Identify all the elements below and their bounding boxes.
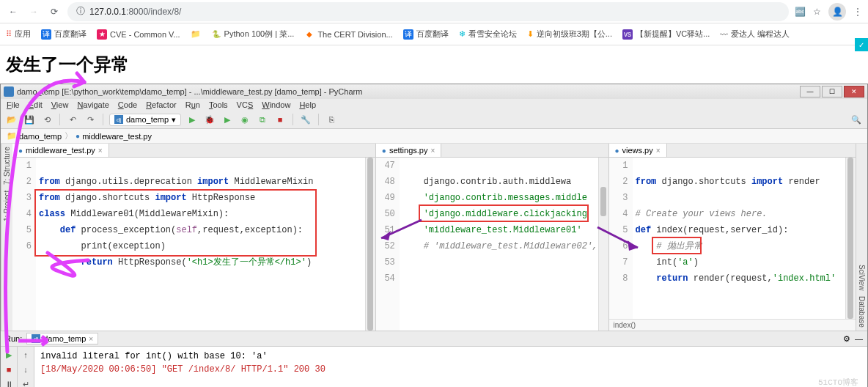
save-icon[interactable]: 💾 <box>23 113 36 126</box>
down-icon[interactable]: ↓ <box>19 363 32 376</box>
gear-icon[interactable]: ⚙ <box>843 334 850 344</box>
reload-button[interactable]: ⟳ <box>47 4 62 19</box>
bookmark-python100[interactable]: 🐍Python 100例 | 菜... <box>211 29 295 40</box>
debug-icon[interactable]: 🐞 <box>203 113 216 126</box>
address-bar[interactable]: ⓘ 127.0.0.1:8000/index/8/ <box>67 2 789 21</box>
python-icon: ● <box>382 147 386 155</box>
rerun-icon[interactable]: ▶ <box>2 348 15 361</box>
pause-icon[interactable]: ⏸ <box>2 377 15 387</box>
run-icon[interactable]: ▶ <box>185 113 199 126</box>
menu-code[interactable]: Code <box>118 100 137 109</box>
menu-run[interactable]: Run <box>185 100 200 109</box>
tab-middleware[interactable]: ●middleware_test.py× <box>12 144 109 157</box>
right-sidebar[interactable]: SciView Database <box>856 144 867 331</box>
close-tab-icon[interactable]: × <box>89 335 93 343</box>
search-icon[interactable]: 🔍 <box>850 113 863 126</box>
undo-icon[interactable]: ↶ <box>66 113 79 126</box>
editor-tabs: ●middleware_test.py× <box>12 144 375 158</box>
menu-navigate[interactable]: Navigate <box>77 100 108 109</box>
run-label: Run: <box>5 334 22 343</box>
open-icon[interactable]: 📂 <box>5 113 18 126</box>
bookmark-vc[interactable]: vs【新提醒】VC驿站... <box>622 29 710 40</box>
bookmark-folder[interactable]: 📁 <box>191 29 201 39</box>
bookmark-cve[interactable]: ★CVE - Common V... <box>97 29 180 40</box>
bookmark-aidaren[interactable]: 〰爱达人 编程达人 <box>720 29 790 40</box>
menu-edit[interactable]: Edit <box>29 100 43 109</box>
run-tool-window: Run: djdamo_temp× ⚙ — ▶ ■ ⏸ ↑ ↓ ↵ invali… <box>1 331 867 387</box>
breadcrumb-label: damo_temp <box>19 132 62 141</box>
chevron-down-icon: ▾ <box>172 115 176 125</box>
menu-tools[interactable]: Tools <box>209 100 228 109</box>
close-tab-icon[interactable]: × <box>656 147 661 155</box>
redo-icon[interactable]: ↷ <box>84 113 97 126</box>
structure-icon[interactable]: ⎘ <box>325 113 338 126</box>
up-icon[interactable]: ↑ <box>19 348 32 361</box>
menu-view[interactable]: View <box>51 100 69 109</box>
project-tab[interactable]: 1: Project <box>3 191 11 221</box>
run-header: Run: djdamo_temp× ⚙ — <box>1 331 867 347</box>
profile-icon[interactable]: ◉ <box>238 113 251 126</box>
menu-help[interactable]: Help <box>299 100 316 109</box>
menu-icon[interactable]: ⋮ <box>853 7 862 17</box>
breadcrumb-root[interactable]: 📁damo_temp <box>7 131 62 141</box>
structure-tab[interactable]: 7: Structure <box>3 147 11 185</box>
sciview-tab[interactable]: SciView <box>858 265 866 290</box>
coverage-icon[interactable]: ▶ <box>221 113 234 126</box>
scrollbar[interactable] <box>365 158 375 331</box>
close-button[interactable]: ✕ <box>844 86 864 97</box>
profile-avatar[interactable]: 👤 <box>828 3 846 21</box>
bookmark-label: 百度翻译 <box>416 29 449 40</box>
back-button[interactable]: ← <box>6 4 21 19</box>
star-icon[interactable]: ☆ <box>813 7 821 17</box>
bookmark-label: 爱达人 编程达人 <box>731 29 790 40</box>
bookmark-label: 【新提醒】VC驿站... <box>636 29 710 40</box>
menu-window[interactable]: Window <box>262 100 290 109</box>
breadcrumb-file[interactable]: ●middleware_test.py <box>76 132 152 141</box>
wrench-icon[interactable]: 🔧 <box>299 113 312 126</box>
url-path: :8000/index/8/ <box>126 7 181 17</box>
code-middleware[interactable]: 123456 from django.utils.deprecation imp… <box>12 158 375 331</box>
scrollbar[interactable] <box>845 158 856 319</box>
menu-vcs[interactable]: VCS <box>237 100 254 109</box>
code-views[interactable]: 12345678 from django.shortcuts import re… <box>609 158 856 319</box>
stop-icon[interactable]: ■ <box>273 113 287 126</box>
bookmark-cert[interactable]: ◆The CERT Division... <box>304 29 392 40</box>
pycharm-icon <box>4 86 14 97</box>
scrollbar[interactable] <box>598 158 608 331</box>
run-tab[interactable]: djdamo_temp× <box>26 333 98 344</box>
wrap-icon[interactable]: ↵ <box>19 377 32 387</box>
left-sidebar[interactable]: 1: Project 7: Structure <box>1 144 12 331</box>
bookmark-kanxue[interactable]: ❄看雪安全论坛 <box>459 29 517 40</box>
run-config-selector[interactable]: djdamo_temp▾ <box>109 114 181 126</box>
database-tab[interactable]: Database <box>858 296 866 328</box>
menu-refactor[interactable]: Refactor <box>146 100 177 109</box>
minimize-panel-icon[interactable]: — <box>855 334 863 343</box>
forward-button[interactable]: → <box>26 4 41 19</box>
run-toolbar-2: ↑ ↓ ↵ <box>18 347 34 387</box>
tab-label: settings.py <box>389 146 428 155</box>
concurrency-icon[interactable]: ⧉ <box>256 113 269 126</box>
maximize-button[interactable]: ☐ <box>822 86 842 97</box>
bookmark-baidu2[interactable]: 译百度翻译 <box>403 29 449 40</box>
apps-button[interactable]: ⠿应用 <box>6 29 31 40</box>
console-line: invalid literal for int() with base 10: … <box>40 350 861 363</box>
console-output[interactable]: invalid literal for int() with base 10: … <box>34 347 867 387</box>
menu-file[interactable]: File <box>7 100 20 109</box>
close-tab-icon[interactable]: × <box>98 147 103 155</box>
minimize-button[interactable]: — <box>800 86 820 97</box>
tab-settings[interactable]: ●settings.py× <box>376 144 441 157</box>
close-tab-icon[interactable]: × <box>430 147 435 155</box>
watermark: 51CTO博客 <box>818 376 858 387</box>
refresh-icon[interactable]: ⟲ <box>40 113 54 126</box>
translate-icon[interactable]: 🔤 <box>795 7 806 17</box>
tab-views[interactable]: ●views.py× <box>609 144 667 157</box>
gutter: 123456 <box>12 158 36 331</box>
browser-toolbar: ← → ⟳ ⓘ 127.0.0.1:8000/index/8/ 🔤 ☆ 👤 ⋮ <box>0 0 868 23</box>
bookmark-baidu[interactable]: 译百度翻译 <box>41 29 87 40</box>
stop-run-icon[interactable]: ■ <box>2 363 15 376</box>
page-heading: 发生了一个异常 <box>6 53 862 76</box>
main-toolbar: 📂 💾 ⟲ ↶ ↷ djdamo_temp▾ ▶ 🐞 ▶ ◉ ⧉ ■ 🔧 ⎘ 🔍 <box>1 111 867 129</box>
code-settings[interactable]: 4748495051525354 django.contrib.auth.mid… <box>376 158 608 331</box>
bookmark-reverse[interactable]: ⬇逆向初级班3期【公... <box>527 29 612 40</box>
bookmark-label: Python 100例 | 菜... <box>224 29 295 40</box>
